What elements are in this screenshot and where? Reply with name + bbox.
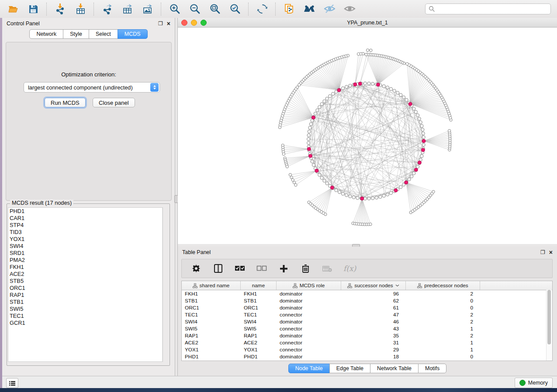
table-row[interactable]: FKH1FKH1dominator962 [182, 290, 552, 297]
cell-successor_nodes: 31 [341, 340, 406, 346]
tab-network-table[interactable]: Network Table [370, 364, 419, 373]
cell-successor_nodes: 61 [341, 305, 406, 311]
mcds-result-item[interactable]: CAR1 [8, 215, 163, 222]
tab-motifs[interactable]: Motifs [418, 364, 446, 373]
create-column-icon[interactable] [278, 263, 289, 274]
column-header-name[interactable]: name [241, 281, 277, 290]
cell-mcds_role: dominator [277, 354, 341, 360]
table-row[interactable]: PHD1PHD1dominator180 [182, 353, 552, 360]
tab-network[interactable]: Network [29, 29, 63, 39]
close-table-panel-icon[interactable]: × [549, 250, 553, 255]
mcds-result-item[interactable]: TID3 [8, 229, 163, 236]
memory-button[interactable]: Memory [515, 378, 553, 388]
tab-style[interactable]: Style [63, 29, 89, 39]
show-columns-icon[interactable] [212, 263, 224, 274]
mcds-result-item[interactable]: RAP1 [8, 292, 163, 299]
zoom-out-icon[interactable] [188, 2, 202, 16]
cell-shared_name: PHD1 [182, 354, 241, 360]
export-network-icon[interactable] [100, 2, 114, 16]
float-table-panel-icon[interactable]: ❐ [540, 250, 545, 255]
tab-select[interactable]: Select [89, 29, 118, 39]
cell-predecessor_nodes: 1 [406, 340, 480, 346]
close-panel-button[interactable]: Close panel [93, 98, 135, 107]
cell-shared_name: FKH1 [182, 291, 241, 297]
criterion-select[interactable]: largest connected component (undirected) [24, 82, 160, 93]
result-scrollbar[interactable] [162, 208, 163, 361]
mcds-result-item[interactable]: SWI4 [8, 243, 163, 250]
cell-successor_nodes: 43 [341, 326, 406, 332]
column-header-mcds_role[interactable]: MCDS role [277, 281, 341, 290]
save-session-icon[interactable] [26, 2, 40, 16]
cell-shared_name: SWI4 [182, 319, 241, 325]
tab-edge-table[interactable]: Edge Table [329, 364, 370, 373]
mcds-result-item[interactable]: PHD1 [8, 208, 163, 215]
open-session-icon[interactable] [6, 2, 20, 16]
network-window-title: YPA_prune.txt_1 [178, 20, 557, 26]
network-view-window[interactable]: YPA_prune.txt_1 [178, 18, 557, 244]
table-scrollbar-thumb[interactable] [547, 290, 551, 344]
mcds-result-item[interactable]: SWI5 [8, 306, 163, 313]
node-table[interactable]: shared namenameMCDS rolesuccessor nodesp… [181, 281, 553, 361]
table-row[interactable]: ORC1ORC1dominator610 [182, 304, 552, 311]
cell-successor_nodes: 35 [341, 333, 406, 339]
mcds-result-item[interactable]: STP4 [8, 222, 163, 229]
search-input[interactable] [437, 6, 550, 13]
import-network-icon[interactable] [53, 2, 67, 16]
mcds-result-item[interactable]: SRD1 [8, 250, 163, 257]
close-panel-icon[interactable]: × [167, 21, 170, 26]
cell-shared_name: SWI5 [182, 326, 241, 332]
table-row[interactable]: STB1STB1dominator620 [182, 297, 552, 304]
mcds-result-item[interactable]: ORC1 [8, 285, 163, 292]
select-all-columns-icon[interactable] [234, 263, 246, 274]
column-header-successor_nodes[interactable]: successor nodes [341, 281, 406, 290]
cell-predecessor_nodes: 0 [406, 354, 480, 360]
mcds-result-item[interactable]: ACE2 [8, 271, 163, 278]
task-history-button[interactable] [6, 378, 18, 388]
mcds-result-item[interactable]: PMA2 [8, 257, 163, 264]
export-table-icon[interactable] [121, 2, 135, 16]
cell-name: ACE2 [241, 340, 277, 346]
zoom-selected-icon[interactable] [228, 2, 242, 16]
network-canvas[interactable] [178, 28, 557, 244]
cell-predecessor_nodes: 1 [406, 347, 480, 353]
hide-selected-icon[interactable] [322, 2, 336, 16]
import-table-icon[interactable] [73, 2, 87, 16]
copy-network-icon[interactable] [282, 2, 296, 16]
mcds-result-title: MCDS result (17 nodes) [10, 199, 73, 206]
zoom-fit-icon[interactable] [208, 2, 222, 16]
mcds-result-list[interactable]: PHD1CAR1STP4TID3YOX1SWI4SRD1PMA2FKH1ACE2… [8, 207, 163, 362]
table-scrollbar[interactable] [546, 290, 552, 361]
float-panel-icon[interactable]: ❐ [158, 21, 163, 26]
cell-mcds_role: dominator [277, 333, 341, 339]
cell-predecessor_nodes: 2 [406, 333, 480, 339]
table-row[interactable]: YOX1YOX1connector291 [182, 346, 552, 353]
mcds-result-item[interactable]: FKH1 [8, 264, 163, 271]
table-row[interactable]: TEC1TEC1connector472 [182, 311, 552, 318]
mcds-result-item[interactable]: STB5 [8, 278, 163, 285]
table-row[interactable]: SWI4SWI4dominator462 [182, 318, 552, 325]
function-builder-icon: f(x) [343, 264, 356, 273]
unselect-all-columns-icon[interactable] [256, 263, 267, 274]
mcds-result-item[interactable]: TEC1 [8, 313, 163, 320]
tab-mcds[interactable]: MCDS [118, 29, 148, 39]
delete-column-trash-icon[interactable] [300, 263, 311, 274]
zoom-in-icon[interactable] [168, 2, 182, 16]
run-mcds-button[interactable]: Run MCDS [45, 98, 86, 107]
column-header-shared_name[interactable]: shared name [182, 281, 241, 290]
tab-node-table[interactable]: Node Table [288, 364, 330, 373]
show-all-icon[interactable] [343, 2, 356, 16]
column-header-predecessor_nodes[interactable]: predecessor nodes [406, 281, 480, 290]
table-row[interactable]: ACE2ACE2connector311 [182, 339, 552, 346]
cell-predecessor_nodes: 2 [406, 291, 480, 297]
table-row[interactable]: SWI5SWI5connector431 [182, 325, 552, 332]
mcds-result-item[interactable]: GCR1 [8, 320, 163, 327]
cell-name: TEC1 [241, 312, 277, 318]
mcds-result-item[interactable]: STB1 [8, 299, 163, 306]
apply-layout-icon[interactable] [255, 2, 269, 16]
export-image-icon[interactable] [141, 2, 155, 16]
table-settings-gear-icon[interactable] [190, 263, 202, 274]
table-row[interactable]: RAP1RAP1dominator352 [182, 332, 552, 339]
network-search-box[interactable] [425, 3, 551, 14]
first-neighbors-icon[interactable] [302, 2, 316, 16]
mcds-result-item[interactable]: YOX1 [8, 236, 163, 243]
